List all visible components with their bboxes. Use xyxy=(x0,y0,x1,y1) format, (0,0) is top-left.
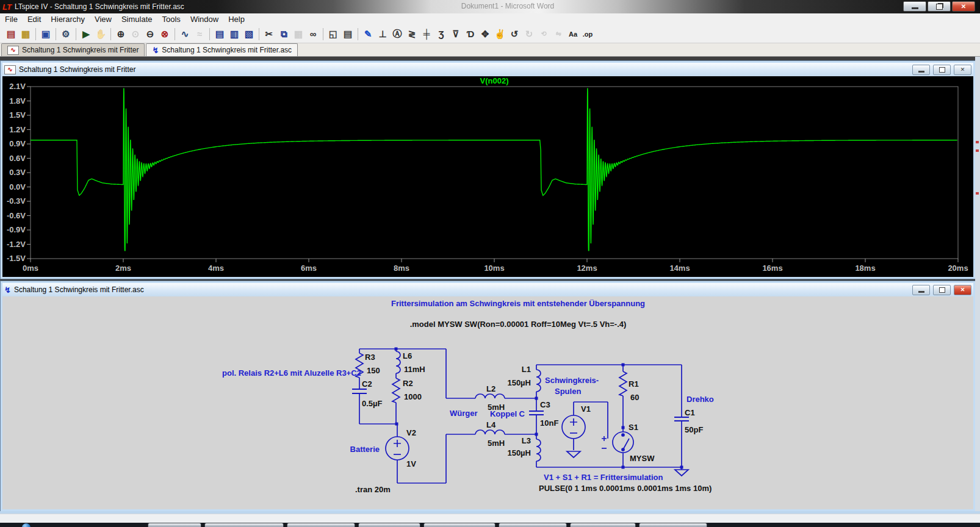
print-icon[interactable]: ▤ xyxy=(340,27,355,41)
paste-icon[interactable]: ▦ xyxy=(291,27,306,41)
menu-tools[interactable]: Tools xyxy=(157,14,186,24)
taskbar-button[interactable] xyxy=(148,523,201,527)
zoom-back-icon[interactable]: ⊙ xyxy=(128,27,143,41)
cut-icon[interactable]: ✂ xyxy=(262,27,276,41)
inductor-L2[interactable] xyxy=(475,394,505,398)
value-C1[interactable]: 50pF xyxy=(685,425,703,434)
copy-icon[interactable]: ⧉ xyxy=(276,27,291,41)
save-icon[interactable]: ▣ xyxy=(38,27,53,41)
comment-fritter[interactable]: V1 + S1 + R1 = Frittersimulation xyxy=(544,473,663,482)
wave-minimize-button[interactable] xyxy=(912,65,930,75)
taskbar-button[interactable] xyxy=(571,523,635,527)
print-preview-icon[interactable]: ◱ xyxy=(326,27,340,41)
tran-directive[interactable]: .tran 20m xyxy=(355,485,391,494)
comment-relais[interactable]: pol. Relais R2+L6 mit Aluzelle R3+C2 xyxy=(222,368,361,378)
pulse-directive[interactable]: PULSE(0 1 1ms 0.0001ms 0.0001ms 1ms 10m) xyxy=(539,484,712,493)
inductor-L4[interactable] xyxy=(475,430,505,434)
menu-file[interactable]: File xyxy=(0,14,23,24)
menu-edit[interactable]: Edit xyxy=(23,14,46,24)
label-R2[interactable]: R2 xyxy=(403,379,413,388)
schematic-header-comment[interactable]: Frittersimulation am Schwingkreis mit en… xyxy=(391,299,645,308)
taskbar-button[interactable] xyxy=(287,523,355,527)
zoom-full-extents-icon[interactable]: ⊗ xyxy=(157,27,172,41)
label-V2[interactable]: V2 xyxy=(406,428,416,437)
mirror-icon[interactable]: ⇋ xyxy=(551,27,566,41)
tile-horizontal-icon[interactable]: ▤ xyxy=(212,27,227,41)
autorange-y-axis-icon[interactable]: ∿ xyxy=(178,27,192,41)
menu-simulate[interactable]: Simulate xyxy=(117,14,157,24)
model-S1[interactable]: MYSW xyxy=(630,454,655,463)
label-R1[interactable]: R1 xyxy=(629,379,639,389)
halt-icon[interactable]: ✋ xyxy=(93,27,108,41)
drag-icon[interactable]: ✌ xyxy=(492,27,507,41)
label-C2[interactable]: C2 xyxy=(362,379,372,389)
label-S1[interactable]: S1 xyxy=(629,423,638,432)
value-R3[interactable]: 150 xyxy=(367,366,380,375)
label-C1[interactable]: C1 xyxy=(685,408,695,417)
cascade-windows-icon[interactable]: ▧ xyxy=(242,27,256,41)
model-directive[interactable]: .model MYSW SW(Ron=0.00001 Roff=10Meg Vt… xyxy=(410,320,627,329)
comment-wurger[interactable]: Würger xyxy=(450,409,478,418)
schem-minimize-button[interactable] xyxy=(912,285,930,295)
find-icon[interactable]: ∞ xyxy=(306,27,320,41)
place-diode-icon[interactable]: ⊽ xyxy=(449,27,463,41)
zoom-out-icon[interactable]: ⊖ xyxy=(143,27,157,41)
tab-waveform[interactable]: ∿ Schaltung 1 Schwingkreis mit Fritter xyxy=(1,43,145,56)
schem-close-button[interactable]: ✕ xyxy=(954,285,971,295)
comment-schwingkreis-1[interactable]: Schwingkreis- xyxy=(545,376,599,385)
value-L1[interactable]: 150µH xyxy=(507,378,531,387)
value-V2[interactable]: 1V xyxy=(406,459,416,468)
menu-view[interactable]: View xyxy=(90,14,117,24)
label-L3[interactable]: L3 xyxy=(522,436,531,445)
value-L4[interactable]: 5mH xyxy=(488,439,505,448)
schem-restore-button[interactable] xyxy=(933,285,951,295)
schematic-canvas[interactable]: Frittersimulation am Schwingkreis mit en… xyxy=(2,296,972,508)
spice-directive-icon[interactable]: .op xyxy=(580,27,595,41)
inductor-L1[interactable] xyxy=(536,370,541,392)
minimize-button[interactable] xyxy=(903,1,926,12)
waveform-plot-area[interactable]: 2.1V1.8V1.5V1.2V0.9V0.6V0.3V0.0V-0.3V-0.… xyxy=(2,76,973,277)
tab-schematic[interactable]: ↯ Schaltung 1 Schwingkreis mit Fritter.a… xyxy=(146,43,298,56)
place-net-label-icon[interactable]: Ⓐ xyxy=(390,27,405,41)
resistor-R1[interactable] xyxy=(619,371,627,396)
value-L3[interactable]: 150µH xyxy=(507,448,531,457)
taskbar-button[interactable] xyxy=(205,523,283,527)
value-C3[interactable]: 10nF xyxy=(540,418,558,428)
comment-drehko[interactable]: Drehko xyxy=(686,395,714,404)
taskbar-button[interactable] xyxy=(424,523,495,527)
label-L1[interactable]: L1 xyxy=(522,365,531,374)
value-R2[interactable]: 1000 xyxy=(404,392,422,401)
value-C2[interactable]: 0.5µF xyxy=(362,399,383,408)
taskbar-button[interactable] xyxy=(499,523,566,527)
place-inductor-icon[interactable]: Ʒ xyxy=(434,27,449,41)
waveform-plot[interactable]: 2.1V1.8V1.5V1.2V0.9V0.6V0.3V0.0V-0.3V-0.… xyxy=(2,76,972,275)
menu-help[interactable]: Help xyxy=(223,14,250,24)
label-L2[interactable]: L2 xyxy=(486,384,495,393)
place-component-icon[interactable]: Ɗ xyxy=(463,27,478,41)
label-C3[interactable]: C3 xyxy=(540,400,550,409)
taskbar-button[interactable] xyxy=(640,523,707,527)
rotate-icon[interactable]: ⟲ xyxy=(536,27,551,41)
trace-title[interactable]: V(n002) xyxy=(480,76,509,85)
menu-hierarchy[interactable]: Hierarchy xyxy=(46,14,90,24)
menu-window[interactable]: Window xyxy=(186,14,223,24)
comment-batterie[interactable]: Batterie xyxy=(350,445,380,454)
draw-wire-icon[interactable]: ✎ xyxy=(361,27,375,41)
value-L6[interactable]: 11mH xyxy=(404,365,425,374)
wave-close-button[interactable]: ✕ xyxy=(954,65,971,75)
ground-icon[interactable] xyxy=(567,451,580,457)
redo-icon[interactable]: ↻ xyxy=(522,27,536,41)
open-file-icon[interactable]: ▦ xyxy=(18,27,33,41)
move-icon[interactable]: ✥ xyxy=(478,27,492,41)
place-capacitor-icon[interactable]: ╪ xyxy=(419,27,434,41)
restore-button[interactable] xyxy=(928,1,951,12)
trace-vn002[interactable] xyxy=(31,88,957,251)
label-V1[interactable]: V1 xyxy=(581,404,591,414)
zoom-in-icon[interactable]: ⊕ xyxy=(113,27,128,41)
place-resistor-icon[interactable]: ≷ xyxy=(405,27,419,41)
comment-schwingkreis-2[interactable]: Spulen xyxy=(555,387,581,396)
taskbar-button[interactable] xyxy=(359,523,420,527)
ground-icon[interactable] xyxy=(675,470,688,476)
resistor-R2[interactable] xyxy=(392,378,400,403)
label-L4[interactable]: L4 xyxy=(486,420,496,429)
